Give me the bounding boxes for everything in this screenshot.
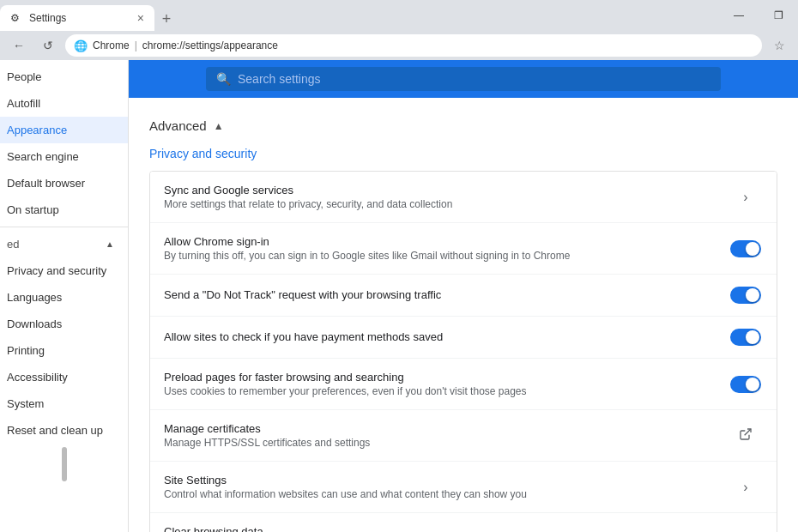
toggle-thumb-payment <box>746 330 759 344</box>
address-text: chrome://settings/appearance <box>142 39 278 51</box>
advanced-header[interactable]: Advanced ▲ <box>149 112 777 147</box>
row-action-certificates <box>728 427 763 444</box>
row-title-sync: Sync and Google services <box>164 184 728 196</box>
row-content-payment: Allow sites to check if you have payment… <box>164 330 728 345</box>
reload-button[interactable]: ↺ <box>36 33 60 57</box>
brand-label: Chrome <box>93 39 130 51</box>
main-inner: Advanced ▲ Privacy and security Sync and… <box>129 98 798 532</box>
row-title-site-settings: Site Settings <box>164 474 728 487</box>
settings-row-signin[interactable]: Allow Chrome sign-in By turning this off… <box>150 223 777 275</box>
settings-row-payment[interactable]: Allow sites to check if you have payment… <box>150 317 777 359</box>
toggle-payment[interactable] <box>730 329 761 346</box>
settings-card: Sync and Google services More settings t… <box>149 171 777 532</box>
sidebar-item-people[interactable]: People <box>0 63 128 90</box>
active-tab[interactable]: ⚙ Settings × <box>0 5 154 31</box>
row-subtitle-certificates: Manage HTTPS/SSL certificates and settin… <box>164 437 728 449</box>
search-icon: 🔍 <box>216 72 231 86</box>
sidebar-scrollbar[interactable] <box>62 447 67 481</box>
row-subtitle-signin: By turning this off, you can sign in to … <box>164 250 728 262</box>
toggle-dnt[interactable] <box>730 287 761 304</box>
sidebar-item-system[interactable]: System <box>0 390 128 417</box>
tab-title: Settings <box>29 12 130 24</box>
row-subtitle-preload: Uses cookies to remember your preference… <box>164 385 728 397</box>
settings-row-sync[interactable]: Sync and Google services More settings t… <box>150 172 777 223</box>
row-title-clear-data: Clear browsing data <box>164 525 728 532</box>
external-link-icon <box>739 427 753 444</box>
sidebar-item-default-browser[interactable]: Default browser <box>0 170 128 196</box>
row-title-preload: Preload pages for faster browsing and se… <box>164 371 728 384</box>
row-action-sync: › <box>728 190 763 205</box>
row-action-site-settings: › <box>728 480 763 495</box>
bookmark-button[interactable]: ☆ <box>767 33 791 57</box>
toggle-signin[interactable] <box>730 240 761 257</box>
row-content-sync: Sync and Google services More settings t… <box>164 184 728 210</box>
row-action-payment <box>728 329 763 346</box>
row-title-signin: Allow Chrome sign-in <box>164 235 728 248</box>
toggle-thumb-preload <box>746 378 759 391</box>
maximize-button[interactable]: ❐ <box>759 0 798 31</box>
chevron-right-icon: › <box>743 190 747 205</box>
sidebar-item-on-startup[interactable]: On startup <box>0 196 128 223</box>
row-title-certificates: Manage certificates <box>164 422 728 435</box>
sidebar-item-appearance[interactable]: Appearance <box>0 117 128 143</box>
sidebar-item-accessibility[interactable]: Accessibility <box>0 364 128 390</box>
toggle-thumb-signin <box>746 242 759 256</box>
main-content: Advanced ▲ Privacy and security Sync and… <box>129 98 798 532</box>
row-subtitle-sync: More settings that relate to privacy, se… <box>164 198 728 210</box>
sidebar-item-downloads[interactable]: Downloads <box>0 311 128 337</box>
sidebar-item-printing[interactable]: Printing <box>0 337 128 364</box>
row-content-dnt: Send a "Do Not Track" request with your … <box>164 288 728 303</box>
advanced-label: Advanced <box>149 118 207 133</box>
sidebar: People Autofill Appearance Search engine… <box>0 60 129 532</box>
advanced-chevron: ▲ <box>214 120 224 132</box>
row-content-certificates: Manage certificates Manage HTTPS/SSL cer… <box>164 422 728 449</box>
new-tab-button[interactable]: + <box>154 7 178 31</box>
window-controls: — ❐ <box>719 0 798 31</box>
sidebar-item-autofill[interactable]: Autofill <box>0 90 128 117</box>
sidebar-divider <box>0 227 128 227</box>
row-content-clear-data: Clear browsing data Clear history, cooki… <box>164 525 728 532</box>
search-bar: 🔍 <box>129 60 798 98</box>
site-icon: 🌐 <box>74 39 88 52</box>
settings-row-clear-data[interactable]: Clear browsing data Clear history, cooki… <box>150 513 777 532</box>
row-content-preload: Preload pages for faster browsing and se… <box>164 371 728 397</box>
tab-close-button[interactable]: × <box>137 11 144 25</box>
sidebar-item-privacy[interactable]: Privacy and security <box>0 257 128 284</box>
address-bar-row: ← ↺ 🌐 Chrome | chrome://settings/appeara… <box>0 31 798 60</box>
sidebar-item-languages[interactable]: Languages <box>0 284 128 311</box>
sidebar-item-search-engine[interactable]: Search engine <box>0 143 128 170</box>
chevron-right-icon-site: › <box>743 480 747 495</box>
toggle-thumb-dnt <box>746 288 759 302</box>
minimize-button[interactable]: — <box>719 0 759 31</box>
settings-row-preload[interactable]: Preload pages for faster browsing and se… <box>150 359 777 410</box>
search-wrap: 🔍 <box>206 67 721 91</box>
settings-row-certificates[interactable]: Manage certificates Manage HTTPS/SSL cer… <box>150 410 777 462</box>
section-title: Privacy and security <box>149 147 777 160</box>
row-title-payment: Allow sites to check if you have payment… <box>164 330 728 343</box>
toggle-preload[interactable] <box>730 376 761 393</box>
row-action-preload <box>728 376 763 393</box>
search-input[interactable] <box>238 72 710 86</box>
row-action-signin <box>728 240 763 257</box>
back-button[interactable]: ← <box>7 33 31 57</box>
row-content-signin: Allow Chrome sign-in By turning this off… <box>164 235 728 262</box>
row-content-site-settings: Site Settings Control what information w… <box>164 474 728 500</box>
app-body: People Autofill Appearance Search engine… <box>0 60 798 532</box>
svg-line-0 <box>745 429 751 435</box>
sidebar-item-reset[interactable]: Reset and clean up <box>0 417 128 444</box>
row-title-dnt: Send a "Do Not Track" request with your … <box>164 288 728 301</box>
tab-favicon: ⚙ <box>10 12 22 24</box>
row-action-dnt <box>728 287 763 304</box>
sidebar-advanced-header[interactable]: ed ▲ <box>0 231 128 257</box>
settings-row-site-settings[interactable]: Site Settings Control what information w… <box>150 462 777 513</box>
address-bar[interactable]: 🌐 Chrome | chrome://settings/appearance <box>65 34 762 57</box>
settings-row-dnt[interactable]: Send a "Do Not Track" request with your … <box>150 275 777 317</box>
row-subtitle-site-settings: Control what information websites can us… <box>164 488 728 500</box>
